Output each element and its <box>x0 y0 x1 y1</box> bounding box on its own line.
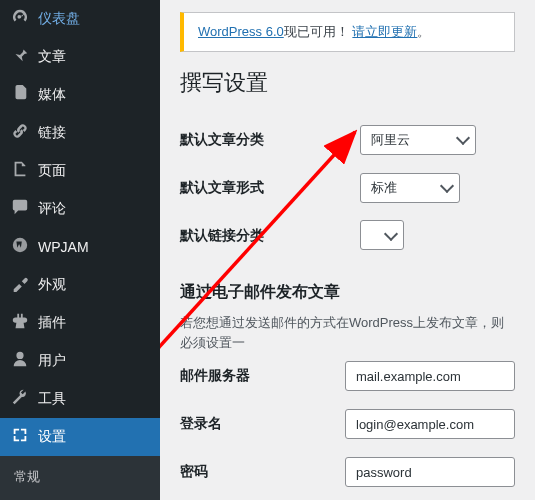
section-title-email: 通过电子邮件发布文章 <box>180 282 515 303</box>
update-notice: WordPress 6.0现已可用！ 请立即更新。 <box>180 12 515 52</box>
row-mail-server: 邮件服务器 <box>180 352 515 400</box>
row-default-format: 默认文章形式 标准 <box>180 164 515 212</box>
sidebar-item-label: 仪表盘 <box>38 10 80 28</box>
comment-icon <box>10 198 30 220</box>
wpjam-icon <box>10 236 30 258</box>
sidebar-item-comments[interactable]: 评论 <box>0 190 160 228</box>
sidebar-item-media[interactable]: 媒体 <box>0 76 160 114</box>
label-mail-password: 密码 <box>180 463 345 481</box>
input-mail-server[interactable] <box>345 361 515 391</box>
admin-sidebar: 仪表盘 文章 媒体 链接 页面 <box>0 0 160 500</box>
dashboard-icon <box>10 8 30 30</box>
link-icon <box>10 122 30 144</box>
sidebar-item-label: 外观 <box>38 276 66 294</box>
sidebar-item-label: 工具 <box>38 390 66 408</box>
settings-submenu: 常规 撰写 阅读 <box>0 456 160 500</box>
sidebar-item-label: 用户 <box>38 352 66 370</box>
app-root: 仪表盘 文章 媒体 链接 页面 <box>0 0 535 500</box>
sidebar-item-label: WPJAM <box>38 239 89 255</box>
update-now-link[interactable]: 请立即更新 <box>352 24 417 39</box>
page-icon <box>10 160 30 182</box>
sidebar-item-label: 页面 <box>38 162 66 180</box>
select-default-format[interactable]: 标准 <box>360 173 460 203</box>
sidebar-item-tools[interactable]: 工具 <box>0 380 160 418</box>
row-default-link-category: 默认链接分类 <box>180 212 515 260</box>
media-icon <box>10 84 30 106</box>
settings-icon <box>10 426 30 448</box>
sidebar-item-wpjam[interactable]: WPJAM <box>0 228 160 266</box>
notice-text: 现已可用！ <box>284 24 349 39</box>
sidebar-item-plugins[interactable]: 插件 <box>0 304 160 342</box>
sidebar-item-appearance[interactable]: 外观 <box>0 266 160 304</box>
label-default-format: 默认文章形式 <box>180 179 360 197</box>
label-mail-login: 登录名 <box>180 415 345 433</box>
email-section-desc: 若您想通过发送邮件的方式在WordPress上发布文章，则必须设置一 <box>180 313 515 352</box>
sidebar-item-label: 设置 <box>38 428 66 446</box>
sidebar-item-posts[interactable]: 文章 <box>0 38 160 76</box>
plugin-icon <box>10 312 30 334</box>
sidebar-item-label: 媒体 <box>38 86 66 104</box>
sidebar-item-label: 插件 <box>38 314 66 332</box>
sidebar-item-settings[interactable]: 设置 <box>0 418 160 456</box>
sidebar-item-links[interactable]: 链接 <box>0 114 160 152</box>
notice-suffix: 。 <box>417 24 430 39</box>
sidebar-item-label: 链接 <box>38 124 66 142</box>
input-mail-password[interactable] <box>345 457 515 487</box>
content-area: WordPress 6.0现已可用！ 请立即更新。 撰写设置 默认文章分类 阿里… <box>160 0 535 500</box>
user-icon <box>10 350 30 372</box>
appearance-icon <box>10 274 30 296</box>
sidebar-item-pages[interactable]: 页面 <box>0 152 160 190</box>
row-mail-password: 密码 <box>180 448 515 496</box>
sidebar-item-dashboard[interactable]: 仪表盘 <box>0 0 160 38</box>
sidebar-item-label: 评论 <box>38 200 66 218</box>
label-default-category: 默认文章分类 <box>180 131 360 149</box>
row-default-category: 默认文章分类 阿里云 <box>180 116 515 164</box>
sidebar-item-label: 文章 <box>38 48 66 66</box>
select-default-link-category[interactable] <box>360 220 404 250</box>
pin-icon <box>10 46 30 68</box>
input-mail-login[interactable] <box>345 409 515 439</box>
submenu-item-writing[interactable]: 撰写 <box>0 492 160 500</box>
sidebar-item-users[interactable]: 用户 <box>0 342 160 380</box>
label-mail-server: 邮件服务器 <box>180 367 345 385</box>
wordpress-version-link[interactable]: WordPress 6.0 <box>198 24 284 39</box>
tool-icon <box>10 388 30 410</box>
label-default-link-category: 默认链接分类 <box>180 227 360 245</box>
select-default-category[interactable]: 阿里云 <box>360 125 476 155</box>
row-mail-login: 登录名 <box>180 400 515 448</box>
page-title: 撰写设置 <box>180 68 515 98</box>
submenu-item-general[interactable]: 常规 <box>0 462 160 492</box>
